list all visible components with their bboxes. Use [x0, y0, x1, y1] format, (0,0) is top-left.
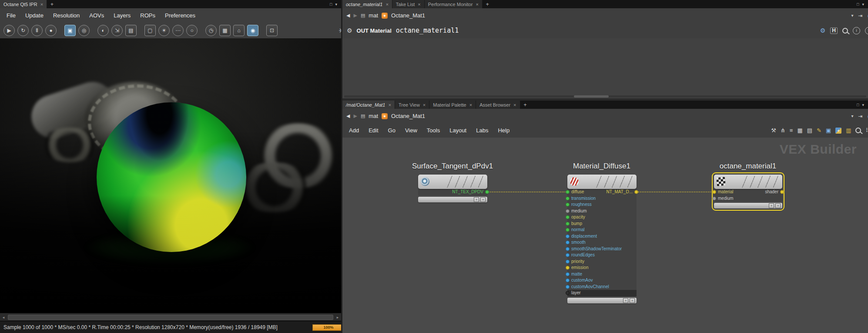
node-flag-icon[interactable]: ≡	[630, 298, 635, 303]
houdini-icon[interactable]: H	[830, 27, 838, 34]
menu-edit[interactable]: Edit	[364, 127, 383, 134]
ipr-pause-icon[interactable]: Ⅱ	[31, 25, 43, 36]
new-tab-button[interactable]: +	[520, 101, 530, 109]
input-connector[interactable]	[566, 259, 570, 263]
panel-chooser-icon[interactable]: ▤	[361, 113, 365, 119]
search-icon[interactable]	[855, 128, 861, 133]
input-connector[interactable]	[566, 266, 570, 270]
ipr-play-icon[interactable]: ▶	[3, 25, 15, 36]
circle-select-icon[interactable]: ○	[186, 25, 198, 36]
node-header[interactable]	[567, 175, 637, 189]
node-header[interactable]	[714, 175, 782, 189]
tab-performance-monitor[interactable]: Performance Monitor ×	[425, 0, 483, 8]
menu-layers[interactable]: Layers	[109, 12, 135, 19]
contrast-icon[interactable]: ◐	[97, 25, 109, 36]
node-flag-icon[interactable]: ≡	[480, 197, 486, 202]
display-options-icon[interactable]: ▣	[826, 127, 831, 134]
input-connector[interactable]	[566, 279, 570, 283]
input-connector[interactable]	[712, 190, 716, 194]
node-material-diffuse1[interactable]: diffuse NT_MAT_D... transmission roughne…	[567, 175, 637, 303]
close-icon[interactable]: ×	[389, 102, 391, 108]
menu-labs[interactable]: Labs	[471, 127, 493, 134]
timer-icon[interactable]: ◷	[205, 25, 217, 36]
grid-view-icon[interactable]: ▦	[797, 127, 802, 134]
input-connector[interactable]	[566, 222, 570, 225]
close-icon[interactable]: ×	[513, 102, 516, 108]
node-path-label[interactable]: Octane_Mat1	[391, 12, 425, 19]
close-icon[interactable]: ×	[40, 2, 43, 7]
back-icon[interactable]: ◀	[346, 13, 350, 18]
input-connector[interactable]	[566, 190, 570, 194]
input-connector[interactable]	[566, 196, 570, 200]
layers-icon[interactable]: ▤	[125, 25, 137, 36]
wire-tangent-to-diffuse[interactable]	[487, 192, 567, 192]
parameter-workspace[interactable]	[342, 38, 868, 98]
quick-edit-icon[interactable]: ✎	[817, 127, 821, 134]
palette-add-icon[interactable]: +	[835, 128, 841, 134]
node-flag-icon[interactable]: ≡	[623, 298, 628, 303]
pane-menu-icon[interactable]: ▾	[862, 2, 864, 7]
tab-octane-material1[interactable]: octane_material1 ×	[342, 0, 392, 8]
expand-icon[interactable]: ⇲	[111, 25, 123, 36]
node-surface-tangent-dpdv1[interactable]: NT_TEX_DPDV ≡ ≡	[418, 175, 487, 202]
context-label[interactable]: mat	[369, 12, 378, 19]
gear-sliders-icon[interactable]: ⚙	[820, 27, 826, 34]
node-flag-icon[interactable]: ≡	[769, 203, 774, 208]
input-connector[interactable]	[566, 228, 570, 232]
input-connector[interactable]	[712, 196, 716, 200]
context-label[interactable]: mat	[369, 113, 378, 119]
output-connector[interactable]	[634, 190, 638, 194]
menu-help[interactable]: Help	[493, 127, 514, 134]
search-icon[interactable]	[842, 28, 848, 34]
input-connector[interactable]	[566, 285, 570, 289]
input-connector[interactable]	[566, 247, 570, 251]
menu-update[interactable]: Update	[20, 12, 48, 19]
node-flag-icon[interactable]: ≡	[775, 203, 781, 208]
ipr-power-icon[interactable]: ◎	[78, 25, 90, 36]
forward-icon[interactable]: ▶	[353, 13, 357, 18]
new-tab-button[interactable]: +	[47, 0, 57, 8]
tree-view-icon[interactable]: ⋔	[781, 127, 785, 134]
scroll-right-icon[interactable]: ▸	[334, 315, 341, 320]
close-icon[interactable]: ×	[469, 102, 472, 108]
menu-layout[interactable]: Layout	[445, 127, 471, 134]
pane-menu-icon[interactable]: ▾	[862, 103, 864, 107]
more-options-icon[interactable]: ⋯	[172, 25, 184, 36]
network-editor[interactable]: VEX Builder Surface_Tangent_dPdv1 Materi…	[342, 138, 868, 333]
chevron-down-icon[interactable]: ▾	[851, 13, 853, 18]
menu-preferences[interactable]: Preferences	[160, 12, 200, 19]
wrench-add-icon[interactable]: ⚒	[771, 127, 776, 134]
ipr-stop-icon[interactable]: ●	[45, 25, 57, 36]
pick-focus-icon[interactable]: ◉	[247, 25, 258, 36]
home-view-icon[interactable]: ⌂	[233, 25, 245, 36]
pin-icon[interactable]: ⇥	[858, 13, 862, 19]
chevron-down-icon[interactable]: ▾	[851, 114, 853, 118]
menu-rops[interactable]: ROPs	[135, 12, 160, 19]
tab-material-palette[interactable]: Material Palette ×	[429, 101, 476, 109]
workspace-hscrollbar[interactable]	[344, 95, 866, 98]
wire-diffuse-to-material[interactable]	[637, 192, 714, 192]
workspace-scroll-thumb[interactable]	[574, 95, 609, 98]
node-name-field[interactable]: octane_material1	[396, 27, 459, 34]
node-header[interactable]	[418, 175, 487, 189]
pane-restore-icon[interactable]: □	[857, 2, 859, 7]
node-octane-material1[interactable]: material shader medium ≡ ≡	[714, 175, 782, 209]
input-connector[interactable]	[566, 209, 570, 213]
pane-restore-icon[interactable]: □	[330, 2, 332, 7]
menu-file[interactable]: File	[2, 12, 20, 19]
grid-detail-icon[interactable]: ▤	[807, 127, 812, 134]
output-connector[interactable]	[485, 190, 489, 194]
menu-view[interactable]: View	[400, 127, 422, 134]
info-icon[interactable]: i	[853, 27, 860, 34]
asset-box-icon[interactable]: ▥	[846, 127, 851, 134]
back-icon[interactable]: ◀	[346, 113, 350, 119]
panel-chooser-icon[interactable]: ▤	[361, 13, 365, 18]
menu-go[interactable]: Go	[383, 127, 400, 134]
input-connector[interactable]	[566, 291, 570, 295]
pane-restore-icon[interactable]: □	[857, 103, 859, 107]
tab-mat-octane-mat1[interactable]: /mat/Octane_Mat1 ×	[342, 101, 395, 109]
new-tab-button[interactable]: +	[483, 0, 493, 8]
close-icon[interactable]: ×	[418, 2, 420, 7]
pin-icon[interactable]: ⇥	[858, 113, 862, 119]
menu-add[interactable]: Add	[344, 127, 364, 134]
